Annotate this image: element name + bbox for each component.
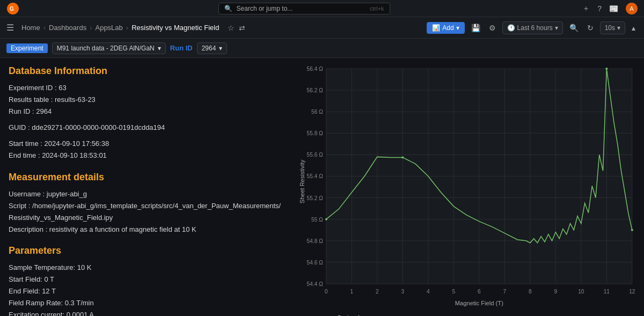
main-content: Database Information Experiment ID : 63 …	[0, 58, 644, 316]
add-button[interactable]: 📊 Add ▾	[427, 22, 464, 34]
measurement-title: Measurement details	[9, 172, 284, 183]
help-icon[interactable]: ?	[597, 4, 602, 13]
db-info-section: Database Information Experiment ID : 63 …	[9, 65, 284, 162]
breadcrumb-appslab[interactable]: AppsLab	[95, 24, 122, 32]
share-icon[interactable]: ⇄	[239, 24, 245, 32]
chevron-down-icon-3: ▾	[617, 24, 620, 32]
experiment-id: Experiment ID : 63	[9, 82, 284, 94]
user-avatar[interactable]: A	[626, 3, 638, 14]
excitation: Excitation current: 0.0001 A	[9, 309, 284, 316]
varbar: Experiment M91 launch data - 2DEG AlN/Ga…	[0, 39, 644, 58]
svg-text:2: 2	[376, 289, 379, 295]
svg-text:54.6 Ω: 54.6 Ω	[307, 260, 324, 266]
breadcrumb-sep-3: ›	[126, 24, 128, 32]
svg-text:56 Ω: 56 Ω	[311, 109, 323, 115]
run-id-label: Run ID	[170, 44, 193, 52]
clock-icon: 🕐	[507, 24, 515, 32]
breadcrumb: Home › Dashboards › AppsLab › Resistivit…	[21, 24, 219, 32]
news-icon[interactable]: 📰	[609, 4, 618, 13]
svg-text:Sheet Resistivity: Sheet Resistivity	[299, 159, 305, 203]
svg-text:56.4 Ω: 56.4 Ω	[307, 66, 324, 72]
add-chart-icon: 📊	[432, 24, 440, 32]
svg-text:11: 11	[604, 289, 610, 295]
right-panel: 56.4 Ω 56.2 Ω 56 Ω 55.8 Ω 55.6 Ω 55.4 Ω …	[292, 58, 644, 316]
breadcrumb-current: Resistivity vs Magnetic Field	[131, 24, 219, 32]
svg-text:56.2 Ω: 56.2 Ω	[307, 87, 324, 93]
breadcrumb-dashboards[interactable]: Dashboards	[49, 24, 86, 32]
chart-svg: 56.4 Ω 56.2 Ω 56 Ω 55.8 Ω 55.6 Ω 55.4 Ω …	[299, 63, 638, 311]
svg-text:54.4 Ω: 54.4 Ω	[307, 281, 324, 287]
field-ramp: Field Ramp Rate: 0.3 T/min	[9, 297, 284, 309]
search-placeholder: Search or jump to...	[237, 5, 293, 12]
svg-text:55.8 Ω: 55.8 Ω	[307, 130, 324, 136]
search-icon: 🔍	[224, 5, 232, 12]
svg-text:G: G	[10, 6, 14, 12]
search-bar[interactable]: 🔍 Search or jump to... ctrl+k	[26, 3, 582, 14]
chart-area: 56.4 Ω 56.2 Ω 56 Ω 55.8 Ω 55.6 Ω 55.4 Ω …	[299, 63, 638, 311]
measurement-section: Measurement details Username : jupyter-a…	[9, 172, 284, 236]
plus-icon[interactable]: ＋	[582, 4, 590, 13]
svg-text:55.4 Ω: 55.4 Ω	[307, 174, 324, 180]
topbar-right: ＋ ? 📰 A	[582, 3, 638, 14]
refresh-interval-button[interactable]: 10s ▾	[600, 21, 625, 34]
time-range-button[interactable]: 🕐 Last 6 hours ▾	[502, 21, 563, 34]
end-time: End time : 2024-09-10 18:53:01	[9, 150, 284, 161]
username: Username : jupyter-abi_g	[9, 188, 284, 200]
chart-dot	[325, 218, 327, 221]
svg-text:3: 3	[401, 289, 405, 295]
breadcrumb-home[interactable]: Home	[21, 24, 40, 32]
breadcrumb-sep-2: ›	[90, 24, 92, 32]
search-shortcut: ctrl+k	[370, 5, 384, 12]
svg-text:6: 6	[478, 289, 481, 295]
chevron-down-icon-2: ▾	[555, 24, 558, 32]
description: Description : resistivity as a function …	[9, 224, 284, 236]
nav-right: 📊 Add ▾ 💾 ⚙ 🕐 Last 6 hours ▾ 🔍 ↻ 10s ▾ ▴	[427, 21, 638, 34]
collapse-icon[interactable]: ▴	[630, 21, 638, 34]
start-field: Start Field: 0 T	[9, 274, 284, 285]
chevron-down-icon: ▾	[456, 24, 459, 32]
end-field: End Field: 12 T	[9, 285, 284, 297]
chart-dot	[631, 229, 633, 231]
run-id-info: Run ID : 2964	[9, 106, 284, 117]
svg-text:0: 0	[325, 289, 328, 295]
topbar: G 🔍 Search or jump to... ctrl+k ＋ ? 📰 A	[0, 0, 644, 17]
guid: GUID : dde29271-0000-0000-0000-0191dcdda…	[9, 122, 284, 134]
refresh-icon[interactable]: ↻	[585, 21, 596, 34]
db-info-title: Database Information	[9, 65, 284, 77]
svg-text:55 Ω: 55 Ω	[311, 217, 323, 223]
svg-text:5: 5	[452, 289, 456, 295]
svg-text:55.2 Ω: 55.2 Ω	[307, 195, 324, 201]
chevron-down-icon-4: ▾	[158, 45, 161, 52]
svg-text:12: 12	[629, 289, 635, 295]
hamburger-icon[interactable]: ☰	[6, 23, 14, 33]
navbar: ☰ Home › Dashboards › AppsLab › Resistiv…	[0, 17, 644, 39]
svg-text:4: 4	[427, 289, 430, 295]
zoom-out-icon[interactable]: 🔍	[567, 21, 581, 34]
svg-text:55.6 Ω: 55.6 Ω	[307, 152, 324, 158]
nav-icons: ☆ ⇄	[228, 24, 245, 32]
svg-text:54.8 Ω: 54.8 Ω	[307, 238, 324, 244]
chart-dot	[605, 68, 608, 70]
save-icon[interactable]: 💾	[469, 21, 482, 34]
start-time: Start time : 2024-09-10 17:56:38	[9, 138, 284, 150]
run-id-select[interactable]: 2964 ▾	[197, 42, 228, 54]
svg-text:8: 8	[529, 289, 532, 295]
svg-text:10: 10	[578, 289, 584, 295]
script: Script : /home/jupyter-abi_g/ims_templat…	[9, 200, 284, 224]
svg-text:9: 9	[554, 289, 558, 295]
experiment-select[interactable]: M91 launch data - 2DEG AlN/GaN ▾	[52, 42, 166, 54]
svg-text:7: 7	[503, 289, 507, 295]
sample-temp: Sample Temperature: 10 K	[9, 262, 284, 274]
settings-icon[interactable]: ⚙	[487, 21, 498, 34]
breadcrumb-sep-1: ›	[43, 24, 46, 32]
params-title: Parameters	[9, 245, 284, 256]
left-panel: Database Information Experiment ID : 63 …	[0, 58, 292, 316]
grafana-logo: G	[6, 2, 19, 15]
svg-text:1: 1	[350, 289, 354, 295]
experiment-label: Experiment	[6, 43, 48, 53]
star-icon[interactable]: ☆	[228, 24, 235, 32]
chevron-down-icon-5: ▾	[219, 45, 222, 52]
svg-text:Magnetic Field (T): Magnetic Field (T)	[455, 300, 503, 306]
params-section: Parameters Sample Temperature: 10 K Star…	[9, 245, 284, 316]
results-table: Results table : results-63-23	[9, 94, 284, 106]
